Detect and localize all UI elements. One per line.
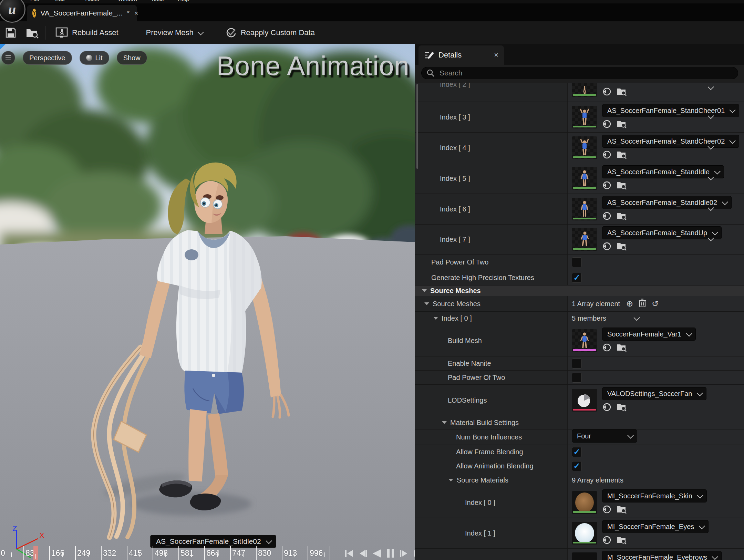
unreal-editor-window: { "menu": {"items": ["File", "Edit", "As… bbox=[0, 0, 744, 560]
checkbox-generate-high-precision-textures[interactable] bbox=[572, 273, 582, 283]
mesh-thumbnail[interactable] bbox=[572, 329, 597, 352]
chevron-down-icon bbox=[697, 492, 703, 498]
menu-help[interactable]: Help bbox=[178, 0, 189, 3]
checkbox-allow-animation-blending[interactable] bbox=[572, 461, 582, 471]
checkbox-pad-power-of-two-nested[interactable] bbox=[572, 373, 582, 383]
material-dropdown[interactable]: MI_SoccerFanFemale_Eyes bbox=[602, 520, 709, 533]
mesh-dropdown[interactable]: SoccerFanFemale_Var1 bbox=[602, 328, 696, 341]
browse-to-asset-icon[interactable] bbox=[617, 242, 627, 252]
asset-dropdown[interactable]: AS_SoccerFanFemale_StandCheer01 bbox=[602, 104, 739, 117]
reset-to-default-icon[interactable]: ↺ bbox=[652, 300, 659, 308]
preview-mesh-dropdown[interactable]: Preview Mesh bbox=[143, 28, 206, 37]
asset-tab[interactable]: Y VA_SoccerFanFemale_... * × bbox=[27, 5, 137, 21]
search-icon bbox=[426, 69, 435, 77]
save-icon[interactable] bbox=[5, 27, 17, 39]
step-back-button[interactable] bbox=[358, 549, 367, 558]
table-row: Index [ 6 ] AS_SoccerFanFemale_StandIdle… bbox=[415, 194, 744, 225]
details-panel: Details × Index [ 2 ] bbox=[415, 44, 744, 560]
material-thumbnail[interactable] bbox=[572, 491, 597, 514]
asset-tab-title: VA_SoccerFanFemale_... bbox=[40, 9, 123, 17]
asset-thumbnail[interactable] bbox=[572, 228, 597, 251]
use-selected-asset-icon[interactable] bbox=[602, 180, 612, 191]
material-thumbnail[interactable] bbox=[572, 552, 597, 560]
delete-array-icon[interactable] bbox=[639, 299, 646, 309]
browse-to-asset-icon[interactable] bbox=[617, 181, 627, 191]
asset-dropdown[interactable]: AS_SoccerFanFemale_StandUp bbox=[602, 226, 722, 239]
scrollbar[interactable] bbox=[416, 84, 418, 169]
lit-mode-button[interactable]: Lit bbox=[80, 51, 109, 65]
timeline-tick: 0 bbox=[1, 549, 5, 558]
browse-to-asset-icon[interactable] bbox=[617, 403, 627, 413]
expand-row-icon[interactable] bbox=[707, 84, 714, 90]
menu-window[interactable]: Window bbox=[118, 0, 137, 3]
material-dropdown[interactable]: MI_SoccerFanFemale_Skin bbox=[602, 489, 707, 502]
use-selected-asset-icon[interactable] bbox=[602, 402, 612, 413]
collapse-triangle-icon[interactable] bbox=[442, 421, 447, 424]
show-button[interactable]: Show bbox=[117, 51, 147, 65]
asset-thumbnail[interactable] bbox=[572, 198, 597, 220]
browse-to-asset-icon[interactable] bbox=[617, 505, 627, 515]
table-row: Index [ 7 ] AS_SoccerFanFemale_StandUp bbox=[415, 225, 744, 255]
use-selected-asset-icon[interactable] bbox=[602, 505, 612, 516]
chevron-down-icon bbox=[627, 432, 633, 438]
use-selected-asset-icon[interactable] bbox=[602, 211, 612, 222]
collapse-triangle-icon[interactable] bbox=[448, 479, 453, 481]
collapse-triangle-icon[interactable] bbox=[433, 317, 438, 320]
use-selected-asset-icon[interactable] bbox=[602, 87, 612, 98]
num-bone-influences-dropdown[interactable]: Four bbox=[572, 429, 637, 443]
asset-thumbnail[interactable] bbox=[572, 106, 597, 128]
checkbox-pad-power-of-two[interactable] bbox=[572, 257, 582, 267]
play-reverse-button[interactable] bbox=[372, 549, 382, 558]
reapply-custom-data-button[interactable]: Reapply Custom Data bbox=[221, 27, 318, 39]
step-forward-button[interactable] bbox=[400, 549, 409, 558]
timeline-playhead[interactable] bbox=[33, 546, 38, 560]
browse-to-asset-icon[interactable] bbox=[617, 150, 627, 160]
asset-thumbnail[interactable] bbox=[572, 136, 597, 159]
lit-sphere-icon bbox=[86, 55, 92, 61]
use-selected-asset-icon[interactable] bbox=[602, 119, 612, 130]
browse-to-asset-icon[interactable] bbox=[617, 87, 627, 97]
use-selected-asset-icon[interactable] bbox=[602, 343, 612, 354]
checkbox-allow-frame-blending[interactable] bbox=[572, 447, 582, 457]
menu-file[interactable]: File bbox=[30, 0, 39, 3]
checkbox-enable-nanite[interactable] bbox=[572, 359, 582, 369]
search-input[interactable] bbox=[439, 69, 733, 77]
material-thumbnail[interactable] bbox=[572, 522, 597, 545]
viewport-focus-indicator bbox=[0, 44, 6, 50]
asset-tab-bar: Y VA_SoccerFanFemale_... * × bbox=[0, 3, 744, 21]
browse-to-asset-icon[interactable] bbox=[617, 120, 627, 130]
lod-thumbnail[interactable] bbox=[572, 389, 597, 412]
asset-thumbnail[interactable] bbox=[572, 83, 597, 97]
perspective-button[interactable]: Perspective bbox=[23, 51, 72, 65]
use-selected-asset-icon[interactable] bbox=[602, 535, 612, 546]
close-tab-icon[interactable]: × bbox=[134, 9, 138, 17]
menu-asset[interactable]: Asset bbox=[85, 0, 99, 3]
pause-button[interactable] bbox=[386, 549, 395, 558]
asset-dropdown[interactable]: AS_SoccerFanFemale_StandCheer02 bbox=[602, 135, 739, 148]
preview-viewport[interactable]: Perspective Lit Show Bone Animation AS_S… bbox=[0, 44, 415, 560]
table-row: Index [ 0 ] 5 members bbox=[415, 312, 744, 325]
browse-to-asset-icon[interactable] bbox=[617, 536, 627, 546]
asset-thumbnail[interactable] bbox=[572, 167, 597, 190]
chevron-down-icon[interactable] bbox=[633, 314, 640, 321]
use-selected-asset-icon[interactable] bbox=[602, 150, 612, 161]
rebuild-asset-button[interactable]: Rebuild Asset bbox=[52, 27, 122, 38]
viewport-menu-button[interactable] bbox=[1, 51, 15, 65]
table-row: Source Materials 9 Array elements bbox=[415, 473, 744, 487]
details-tab[interactable]: Details × bbox=[418, 45, 504, 65]
browse-to-asset-icon[interactable] bbox=[617, 211, 627, 222]
add-element-icon[interactable]: ⊕ bbox=[626, 300, 633, 308]
skip-to-start-button[interactable] bbox=[344, 549, 353, 558]
collapse-triangle-icon[interactable] bbox=[424, 302, 429, 305]
use-selected-asset-icon[interactable] bbox=[602, 241, 612, 252]
lod-dropdown[interactable]: VALODSettings_SoccerFan bbox=[602, 387, 706, 400]
menu-tools[interactable]: Tools bbox=[151, 0, 164, 3]
close-icon[interactable]: × bbox=[494, 51, 498, 60]
source-meshes-category-header[interactable]: Source Meshes bbox=[415, 286, 744, 296]
table-row: Allow Frame Blending bbox=[415, 445, 744, 459]
browse-to-asset-icon[interactable] bbox=[617, 343, 627, 353]
material-dropdown[interactable]: M_SoccerFanFemale_Eyebrows bbox=[602, 551, 722, 560]
menu-edit[interactable]: Edit bbox=[55, 0, 65, 3]
asset-dropdown[interactable]: AS_SoccerFanFemale_StandIdle bbox=[602, 165, 724, 178]
browse-to-asset-icon[interactable] bbox=[25, 27, 39, 39]
